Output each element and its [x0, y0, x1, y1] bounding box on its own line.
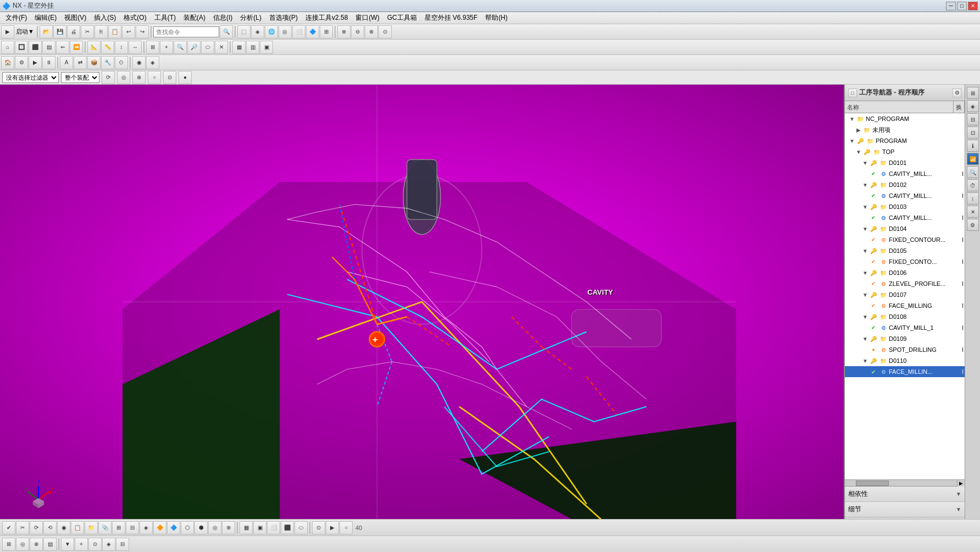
expand-root[interactable]: ▼: [848, 115, 856, 123]
menu-gc[interactable]: GC工具箱: [384, 12, 420, 24]
menu-window[interactable]: 窗口(W): [352, 12, 382, 24]
expand-program[interactable]: ▼: [848, 137, 856, 145]
tb2-btn18[interactable]: ▥: [246, 41, 259, 54]
tree-spot[interactable]: ● ⚙ SPOT_DRILLING I: [845, 344, 965, 355]
tree-d0109[interactable]: ▼ 🔑 📁 D0109: [845, 333, 965, 344]
save-btn[interactable]: 💾: [53, 25, 66, 38]
search-input[interactable]: [153, 26, 219, 37]
bt1-btn6[interactable]: 📋: [71, 521, 84, 534]
assembly-dropdown[interactable]: 整个装配: [61, 72, 99, 83]
menu-plugin[interactable]: 星空外挂 V6.935F: [421, 12, 481, 24]
tb3-btn9[interactable]: ⏲: [115, 56, 128, 69]
menu-edit[interactable]: 编辑(E): [31, 12, 60, 24]
expand-d0102[interactable]: ▼: [861, 181, 869, 189]
tree-cavity1[interactable]: ✔ ⚙ CAVITY_MILL... I: [845, 168, 965, 179]
snap-btn2[interactable]: ⊖: [351, 25, 364, 38]
tree-face1[interactable]: ✔ ⚙ FACE_MILLING I: [845, 300, 965, 311]
bt1-btn12[interactable]: 🔶: [153, 521, 166, 534]
bt1-btn20[interactable]: ⬜: [267, 521, 280, 534]
bt1-btn5[interactable]: ◉: [57, 521, 70, 534]
right-icon-9[interactable]: ↕: [967, 192, 979, 205]
bt1-btn21[interactable]: ⬛: [281, 521, 294, 534]
tree-cavity1-1[interactable]: ✔ ⚙ CAVITY_MILL_1 I: [845, 322, 965, 333]
tree-unused[interactable]: ▶ 📁 未用项: [845, 124, 965, 135]
tb2-btn15[interactable]: ⬭: [201, 41, 214, 54]
tree-d0103[interactable]: ▼ 🔑 📁 D0103: [845, 201, 965, 212]
bt1-btn18[interactable]: ▦: [240, 521, 253, 534]
tb2-btn4[interactable]: ▤: [42, 41, 55, 54]
bt1-btn15[interactable]: ⬢: [194, 521, 208, 534]
tb3-btn3[interactable]: ▶: [29, 56, 42, 69]
copy-btn[interactable]: ⎘: [94, 25, 108, 38]
filter-btn5[interactable]: ⊙: [163, 71, 176, 84]
tb2-btn12[interactable]: +: [160, 41, 173, 54]
hscroll-right[interactable]: ▶: [957, 480, 965, 487]
minimize-btn[interactable]: ─: [946, 2, 956, 10]
maximize-btn[interactable]: □: [957, 2, 967, 10]
expand-d0107[interactable]: ▼: [861, 291, 869, 299]
menu-assembly[interactable]: 装配(A): [180, 12, 209, 24]
bt1-btn16[interactable]: ◎: [208, 521, 221, 534]
bt2-btn5[interactable]: ▼: [61, 538, 74, 551]
panel-toggle[interactable]: □: [848, 89, 857, 97]
tb2-btn8[interactable]: 📏: [101, 41, 114, 54]
snap-btn4[interactable]: ⊙: [378, 25, 392, 38]
bt1-btn4[interactable]: ⟲: [43, 521, 57, 534]
filter-dropdown[interactable]: 没有选择过滤器: [2, 72, 59, 83]
tree-root-item[interactable]: ▼ 📁 NC_PROGRAM: [845, 113, 965, 124]
tree-d0104[interactable]: ▼ 🔑 📁 D0104: [845, 223, 965, 234]
expand-unused[interactable]: ▶: [855, 126, 862, 134]
menu-format[interactable]: 格式(O): [120, 12, 149, 24]
bt2-btn4[interactable]: ▤: [43, 538, 57, 551]
tree-d0106[interactable]: ▼ 🔑 📁 D0106: [845, 267, 965, 278]
bt2-btn2[interactable]: ◎: [16, 538, 29, 551]
tree-fixed2[interactable]: ✔ ⚙ FIXED_CONTO... I: [845, 256, 965, 267]
redo-btn[interactable]: ↪: [136, 25, 149, 38]
tb2-btn3[interactable]: ⬛: [29, 41, 42, 54]
tree-face-sel[interactable]: ✔ ⚙ FACE_MILLIN... I: [845, 366, 965, 377]
bt1-btn10[interactable]: ⊟: [126, 521, 139, 534]
cut-btn[interactable]: ✂: [81, 25, 94, 38]
tb3-btn11[interactable]: ◈: [146, 56, 159, 69]
expand-top[interactable]: ▼: [855, 148, 862, 156]
view-btn7[interactable]: ⊞: [320, 25, 333, 38]
start-btn[interactable]: ▶: [1, 25, 14, 38]
bt1-btn3[interactable]: ⟳: [30, 521, 43, 534]
menu-analysis[interactable]: 分析(L): [237, 12, 265, 24]
tb3-btn8[interactable]: 🔧: [101, 56, 114, 69]
tree-d0108[interactable]: ▼ 🔑 📁 D0108: [845, 311, 965, 322]
tree-top[interactable]: ▼ 🔑 📁 TOP: [845, 146, 965, 157]
menu-file[interactable]: 文件(F): [2, 12, 30, 24]
tb2-btn10[interactable]: ↔: [129, 41, 142, 54]
menu-preferences[interactable]: 首选项(P): [266, 12, 301, 24]
bt1-btn7[interactable]: 📁: [85, 521, 98, 534]
bt1-btn17[interactable]: ⊕: [222, 521, 235, 534]
bt1-btn9[interactable]: ⊞: [112, 521, 125, 534]
tb3-btn6[interactable]: ⇄: [74, 56, 87, 69]
right-icon-10[interactable]: ✕: [967, 206, 979, 218]
right-icon-7[interactable]: 🔍: [967, 166, 979, 178]
tree-d0101[interactable]: ▼ 🔑 📁 D0101: [845, 157, 965, 168]
tb2-btn16[interactable]: ✕: [215, 41, 228, 54]
tb2-btn13[interactable]: 🔍: [174, 41, 187, 54]
bt2-btn3[interactable]: ⊕: [30, 538, 43, 551]
bt1-btn8[interactable]: 📎: [98, 521, 112, 534]
tree-fixed1[interactable]: ✔ ⚙ FIXED_CONTOUR... I: [845, 234, 965, 245]
bt1-btn11[interactable]: ◈: [140, 521, 153, 534]
tb2-btn14[interactable]: 🔎: [187, 41, 201, 54]
open-btn[interactable]: 📂: [40, 25, 53, 38]
right-icon-2[interactable]: ◈: [967, 100, 979, 112]
bt1-btn1[interactable]: ✔: [2, 521, 15, 534]
menu-connect[interactable]: 连接工具v2.58: [302, 12, 351, 24]
tb2-btn1[interactable]: ⌂: [1, 41, 14, 54]
tb3-btn5[interactable]: A: [60, 56, 73, 69]
bt2-btn8[interactable]: ◈: [102, 538, 115, 551]
panel-tree[interactable]: ▼ 📁 NC_PROGRAM ▶ 📁 未用项 ▼ 🔑 📁 PROGRAM: [845, 113, 965, 479]
panel-hscroll[interactable]: ▶: [845, 479, 965, 486]
right-icon-1[interactable]: ⊞: [967, 87, 979, 99]
tb2-btn19[interactable]: ▣: [260, 41, 273, 54]
view-btn2[interactable]: ◈: [251, 25, 264, 38]
snap-btn3[interactable]: ⊗: [365, 25, 378, 38]
tb3-btn7[interactable]: 📦: [87, 56, 101, 69]
hscroll-thumb[interactable]: [856, 481, 889, 486]
